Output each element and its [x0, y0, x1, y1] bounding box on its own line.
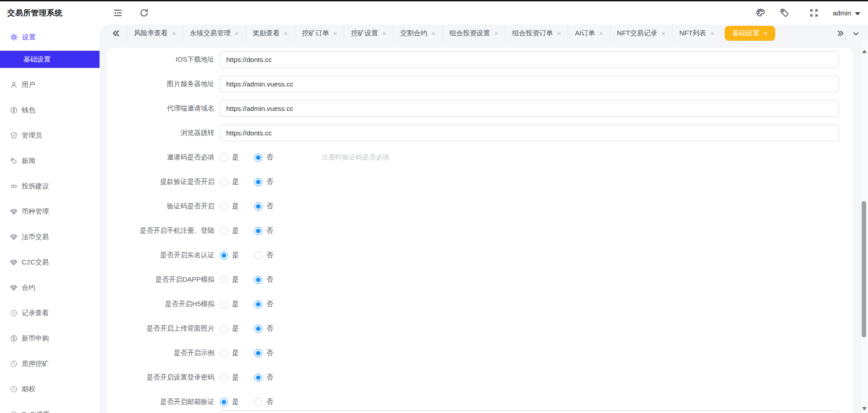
- radio-no[interactable]: 否: [254, 349, 273, 357]
- close-icon[interactable]: ×: [235, 30, 239, 37]
- tab-item[interactable]: AI订单×: [568, 24, 610, 42]
- form-text-input[interactable]: [220, 76, 839, 92]
- gem-icon: [10, 208, 18, 216]
- radio-no[interactable]: 否: [254, 251, 273, 259]
- tab-item[interactable]: NFT交易记录×: [610, 24, 673, 42]
- tab-item[interactable]: 风险率查看×: [127, 24, 183, 42]
- sidebar-item[interactable]: 合约: [0, 275, 100, 300]
- tab-item[interactable]: NFT列表×: [673, 24, 721, 42]
- close-icon[interactable]: ×: [764, 30, 768, 37]
- sidebar-item[interactable]: 管理员: [0, 123, 100, 148]
- sidebar-item-label: 新闻: [22, 157, 35, 165]
- sidebar-item[interactable]: 币种管理: [0, 199, 100, 224]
- sidebar-item[interactable]: C2C交易: [0, 250, 100, 275]
- user-menu[interactable]: admin: [833, 1, 860, 24]
- radio-no[interactable]: 否: [254, 153, 273, 162]
- radio-no[interactable]: 否: [254, 275, 273, 284]
- radio-no[interactable]: 否: [254, 226, 273, 235]
- form-text-input[interactable]: [220, 410, 839, 413]
- radio-yes[interactable]: 是: [220, 251, 239, 259]
- sidebar-item[interactable]: 新币申购: [0, 326, 100, 351]
- close-icon[interactable]: ×: [333, 30, 337, 37]
- close-icon[interactable]: ×: [599, 30, 603, 37]
- form-label: 是否开启DAPP模拟: [107, 275, 220, 284]
- radio-no[interactable]: 否: [254, 300, 273, 308]
- sidebar-item[interactable]: 质押挖矿: [0, 351, 100, 376]
- radio-yes[interactable]: 是: [220, 349, 239, 357]
- tab-item[interactable]: 永续交易管理×: [183, 24, 246, 42]
- form-text-input[interactable]: [220, 51, 839, 68]
- radio-circle: [254, 374, 262, 382]
- sidebar-item[interactable]: DeFi借币: [0, 402, 100, 413]
- tag-icon[interactable]: [779, 8, 790, 18]
- form-control: [220, 51, 853, 68]
- tab-item[interactable]: 挖矿订单×: [295, 24, 344, 42]
- form-control: [220, 76, 853, 92]
- close-icon[interactable]: ×: [494, 30, 498, 37]
- radio-yes[interactable]: 是: [220, 324, 239, 333]
- form-label: 图片服务器地址: [107, 80, 220, 88]
- radio-label: 是: [232, 275, 239, 284]
- close-icon[interactable]: ×: [382, 30, 386, 37]
- radio-no[interactable]: 否: [254, 178, 273, 186]
- sidebar-item[interactable]: 用户: [0, 72, 100, 97]
- radio-no[interactable]: 否: [254, 324, 273, 333]
- fold-sidebar-icon[interactable]: [113, 8, 123, 18]
- scroll-down-arrow[interactable]: [862, 407, 867, 410]
- tab-label: 交割合约: [400, 29, 427, 38]
- radio-yes[interactable]: 是: [220, 398, 239, 406]
- tab-item-active[interactable]: 基础设置×: [725, 26, 775, 41]
- form-row: 验证码是否开启是否: [107, 198, 853, 215]
- close-icon[interactable]: ×: [661, 30, 665, 37]
- refresh-icon[interactable]: [139, 8, 149, 18]
- radio-yes[interactable]: 是: [220, 300, 239, 308]
- chevrons-right-icon[interactable]: [836, 29, 845, 38]
- sidebar-item[interactable]: 新闻: [0, 148, 100, 173]
- sidebar: 设置 基础设置 用户钱包管理员新闻投拆建议币种管理法币交易C2C交易合约记录查看…: [0, 24, 100, 413]
- chevron-down-icon[interactable]: [852, 30, 860, 38]
- radio-label: 是: [232, 153, 239, 162]
- close-icon[interactable]: ×: [432, 30, 436, 37]
- scroll-up-arrow[interactable]: [862, 50, 867, 53]
- sidebar-item-basic-settings-active[interactable]: 基础设置: [0, 51, 100, 68]
- form-row: 图片服务器地址: [107, 76, 853, 92]
- radio-circle: [254, 227, 262, 235]
- close-icon[interactable]: ×: [172, 30, 176, 37]
- close-icon[interactable]: ×: [710, 30, 714, 37]
- tab-item[interactable]: 组合投资订单×: [505, 24, 568, 42]
- scrollbar-thumb[interactable]: [862, 201, 866, 337]
- fullscreen-expand-icon[interactable]: [809, 8, 819, 18]
- radio-circle: [220, 251, 228, 259]
- radio-yes[interactable]: 是: [220, 153, 239, 162]
- form-row: 是否开启H5模拟是否: [107, 296, 853, 312]
- radio-no[interactable]: 否: [254, 373, 273, 382]
- form-text-input[interactable]: [220, 125, 839, 141]
- sidebar-item-settings[interactable]: 设置: [0, 31, 100, 43]
- sidebar-item[interactable]: 投拆建议: [0, 173, 100, 199]
- radio-circle: [220, 349, 228, 357]
- tab-item[interactable]: 交割合约×: [394, 24, 443, 42]
- sidebar-item[interactable]: 记录查看: [0, 300, 100, 326]
- form-hint-text: 注册时验证码是否必填: [322, 153, 389, 162]
- tab-item[interactable]: 挖矿设置×: [344, 24, 394, 42]
- theme-palette-icon[interactable]: [755, 8, 766, 18]
- sidebar-item[interactable]: 钱包: [0, 97, 100, 123]
- radio-no[interactable]: 否: [254, 202, 273, 211]
- radio-yes[interactable]: 是: [220, 202, 239, 211]
- form-text-input[interactable]: [220, 100, 839, 117]
- tab-item[interactable]: 奖励查看×: [246, 24, 295, 42]
- vertical-scrollbar[interactable]: [860, 40, 868, 413]
- chevrons-left-icon[interactable]: [111, 29, 121, 38]
- sidebar-item[interactable]: 期权: [0, 376, 100, 402]
- close-icon[interactable]: ×: [284, 30, 288, 37]
- radio-yes[interactable]: 是: [220, 178, 239, 186]
- radio-no[interactable]: 否: [254, 398, 273, 406]
- form-row: 是否开启实名认证是否: [107, 247, 853, 264]
- radio-yes[interactable]: 是: [220, 373, 239, 382]
- sidebar-item[interactable]: 法币交易: [0, 224, 100, 250]
- close-icon[interactable]: ×: [557, 30, 561, 37]
- radio-yes[interactable]: 是: [220, 275, 239, 284]
- radio-yes[interactable]: 是: [220, 226, 239, 235]
- sidebar-item-label: 用户: [22, 81, 35, 89]
- tab-item[interactable]: 组合投资设置×: [443, 24, 506, 42]
